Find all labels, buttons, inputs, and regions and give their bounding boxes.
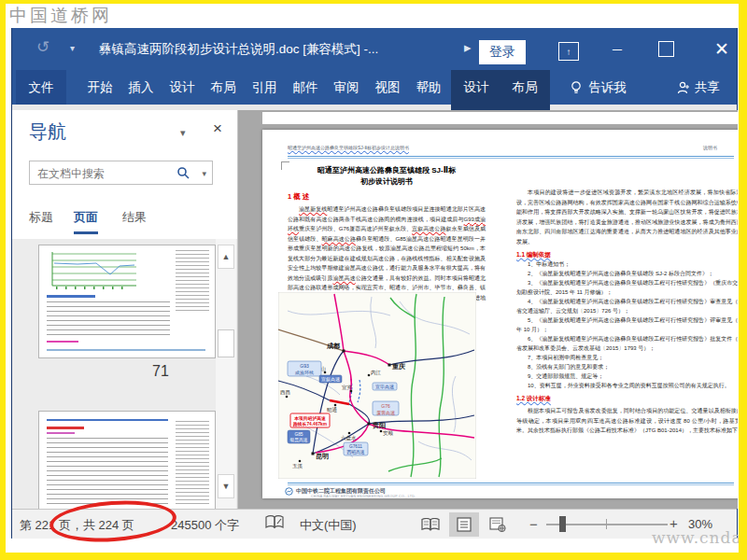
navigation-close-icon[interactable]: × <box>213 119 222 138</box>
basis-item: 5、《渝昆新复线昭通至泸州高速公路彝良至镇雄段工程可行性研究报告》评审意见（20… <box>516 315 738 334</box>
tab-design[interactable]: 设计 <box>162 70 203 105</box>
zoom-slider-thumb[interactable] <box>559 516 566 532</box>
quick-access-caret-icon[interactable]: ▾ <box>70 43 75 53</box>
word-window: ↺ ▾ 彝镇高速两阶段初步设计总说明.doc [兼容模式] -... ▸ 登录 … <box>11 28 738 539</box>
thumb2-red-heading <box>47 427 84 429</box>
undo-icon[interactable]: ↺ <box>36 37 49 57</box>
tab-home[interactable]: 开始 <box>79 70 120 105</box>
nav-scrollbar[interactable]: ▲ ▼ <box>216 239 236 509</box>
nav-scroll-up-icon[interactable]: ▲ <box>218 245 234 269</box>
tab-insert[interactable]: 插入 <box>120 70 162 105</box>
nav-tab-pages[interactable]: 页面 <box>74 209 98 234</box>
nav-scrollbar-thumb[interactable] <box>218 329 234 357</box>
basis-item: 1、中标通知书； <box>516 259 738 269</box>
thumb2-body-text <box>47 438 168 507</box>
map-callout-label: 银昆高速 <box>289 437 307 443</box>
search-options-caret-icon[interactable]: ▾ <box>202 169 206 178</box>
nav-scroll-down-icon[interactable]: ▼ <box>218 474 234 498</box>
tab-ctx-design[interactable]: 设计 <box>455 70 498 105</box>
thumb2-red-subheading <box>47 432 75 434</box>
standards-paragraph: 根据本项目工可报告及省发改委批复，同时结合项目的功能定位、交通量以及相衔接的路网… <box>516 406 738 436</box>
map-city: 宜宾 <box>342 385 353 390</box>
titlebar: ↺ ▾ 彝镇高速两阶段初步设计总说明.doc [兼容模式] -... ▸ 登录 … <box>12 28 737 70</box>
map-city: 安顺 <box>383 430 394 436</box>
company-logo <box>285 487 293 496</box>
basis-item: 4、《渝昆新复线昭通至泸州高速公路彝良至镇雄段工程可行性研究报告》审查意见（云南… <box>516 297 738 315</box>
ribbon-display-options-icon[interactable]: ↑ <box>558 42 579 61</box>
document-page[interactable]: 昭通至泸州高速公路彝良至镇雄段SJ-Ⅱ标初步设计总说明书 说明书 昭通至泸州高速… <box>262 130 738 498</box>
lightbulb-icon <box>571 80 582 95</box>
thumb-right-column <box>176 250 209 314</box>
watermark-bottom-right: www.cndao.com <box>652 528 747 547</box>
language-indicator[interactable]: 中文(中国) <box>300 517 357 534</box>
basis-list: 1、中标通知书；2、《渝昆新复线昭通至泸州高速公路彝良至镇雄段 SJ-2 标段合… <box>516 259 738 390</box>
sign-in-button[interactable]: 登录 <box>479 40 526 64</box>
page-header-right: 说明书 <box>703 145 717 150</box>
document-title-line1: 昭通至泸州高速公路彝良至镇雄段 SJ-Ⅱ标 <box>288 165 486 176</box>
right-column: 本项目的建设将进一步促进区域资源开发，繁荣滇东北地区经济发展，将加快省际通道建设… <box>516 165 738 483</box>
map-callout-label: G85 <box>294 432 303 437</box>
project-location-map: 成都 重庆 贵阳 昆明 西昌 昭通 宜宾 内江 乐山 六盘水 安顺 玉溪 <box>278 292 476 479</box>
header-rule <box>288 156 734 157</box>
word-count[interactable]: 245500 个字 <box>171 517 239 534</box>
navigation-tabs: 标题 页面 结果 <box>29 205 225 233</box>
tab-view[interactable]: 视图 <box>367 70 408 105</box>
thumb-blue-heading <box>47 295 95 298</box>
thumb-footer-line <box>47 349 205 351</box>
page-thumbnail-71[interactable] <box>38 245 216 358</box>
tab-review[interactable]: 审阅 <box>326 70 367 105</box>
read-mode-button[interactable] <box>416 512 445 537</box>
nav-tab-headings[interactable]: 标题 <box>29 209 53 226</box>
share-button[interactable]: 共享 <box>666 70 731 105</box>
heading-basis: 1.1 编制依据 <box>516 251 738 259</box>
map-project-callout-label: 本项目昭泸高速 <box>293 415 326 422</box>
basis-item: 2、《渝昆新复线昭通至泸州高速公路彝良至镇雄段 SJ-2 标段合同文件》； <box>516 269 738 278</box>
tab-help[interactable]: 帮助 <box>408 70 449 105</box>
thumbnail-page-number: 71 <box>152 363 169 380</box>
map-city: 昆明 <box>316 453 329 460</box>
map-city: 贵阳 <box>372 421 386 429</box>
thumb-body-text <box>47 301 170 339</box>
tab-file[interactable]: 文件 <box>16 70 66 105</box>
ribbon-tab-row: 文件 开始 插入 设计 布局 引用 邮件 审阅 视图 帮助 设计 布局 告诉我 … <box>12 70 737 105</box>
zoom-out-icon[interactable]: − <box>529 516 538 532</box>
tab-references[interactable]: 引用 <box>244 70 285 105</box>
search-input[interactable] <box>35 164 179 183</box>
page-thumbnail-next[interactable] <box>38 411 216 509</box>
contextual-tab-group: 设计 布局 <box>451 70 550 105</box>
page-header: 昭通至泸州高速公路彝良至镇雄段SJ-Ⅱ标初步设计总说明书 说明书 <box>288 145 734 154</box>
tell-me-label: 告诉我 <box>588 79 627 96</box>
search-box[interactable]: ▾ <box>29 161 213 185</box>
map-city: 昭通 <box>327 406 338 413</box>
map-callout-label: 宜叙高速 <box>321 376 340 383</box>
basis-item: 6、《渝昆新复线昭通至泸州高速公路彝良至镇雄段工程可行性研究报告》批复文件（云南… <box>516 334 738 353</box>
basis-item: 7、本项目初测中间检查意见； <box>516 353 738 362</box>
maximize-button[interactable] <box>658 41 674 57</box>
print-layout-button[interactable] <box>449 512 479 537</box>
map-callout-label: 西昭高速 <box>346 449 364 455</box>
map-callout-label: G7611 <box>349 444 362 449</box>
minimize-button[interactable]: ─ <box>607 39 627 60</box>
map-city: 内江 <box>371 370 382 376</box>
map-city: 六盘水 <box>341 435 357 441</box>
footer-rule-2 <box>288 484 734 485</box>
web-layout-button[interactable] <box>483 512 513 537</box>
nav-tab-results[interactable]: 结果 <box>122 209 147 226</box>
navigation-options-caret-icon[interactable]: ▾ <box>180 127 186 139</box>
tell-me-button[interactable]: 告诉我 <box>561 70 636 105</box>
basis-item: 3、《渝昆新复线昭通至泸州高速公路彝良至镇雄段工程可行性研究报告》（重庆市交通规… <box>516 278 738 297</box>
search-icon[interactable] <box>176 166 190 179</box>
mouse-cursor: ▸ <box>464 39 477 58</box>
map-callout-label: 厦蓉高速 <box>376 410 395 416</box>
map-city: 重庆 <box>391 362 405 371</box>
zoom-slider-center-tick <box>606 519 607 529</box>
tab-layout[interactable]: 布局 <box>203 70 244 105</box>
tab-mailings[interactable]: 邮件 <box>285 70 326 105</box>
close-button[interactable]: ✕ <box>711 37 733 60</box>
map-callout-label: 宜毕高速 <box>375 384 394 389</box>
document-title-line2: 初步设计说明书 <box>288 176 486 188</box>
left-column: 昭通至泸州高速公路彝良至镇雄段 SJ-Ⅱ标 初步设计说明书 1 概 述 渝昆新复… <box>288 165 486 313</box>
proofing-icon[interactable] <box>265 515 284 533</box>
tab-ctx-layout[interactable]: 布局 <box>503 70 546 105</box>
page-header-left: 昭通至泸州高速公路彝良至镇雄段SJ-Ⅱ标初步设计总说明书 <box>288 145 409 150</box>
